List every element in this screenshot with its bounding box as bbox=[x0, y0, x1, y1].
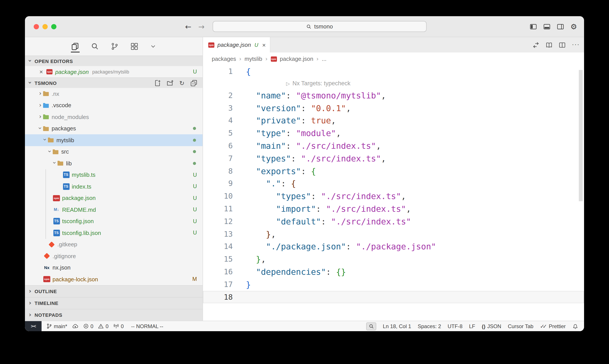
code-line[interactable]: 13 }, bbox=[203, 228, 584, 240]
code-line[interactable]: 5 "type": "module", bbox=[203, 127, 584, 140]
tree-item-nx.json[interactable]: Nxnx.json bbox=[25, 262, 203, 273]
code-line[interactable]: 2 "name": "@tsmono/mytslib", bbox=[203, 89, 584, 102]
vertical-scrollbar[interactable] bbox=[579, 70, 583, 201]
tree-item-mytslib.ts[interactable]: TSmytslib.tsU bbox=[25, 169, 203, 181]
tree-item-tsconfig.json[interactable]: TStsconfig.jsonU bbox=[25, 215, 203, 227]
title-bar[interactable]: ← → tsmono ⚙ bbox=[25, 16, 584, 37]
publish-changes-item[interactable] bbox=[72, 323, 78, 329]
tree-item-package.json[interactable]: npmpackage.jsonU bbox=[25, 192, 203, 204]
open-editor-item[interactable]: × npm package.json packages/mytslib U bbox=[25, 66, 203, 78]
chevron-down-icon[interactable]: › bbox=[37, 126, 43, 130]
search-view-icon[interactable] bbox=[91, 41, 99, 52]
notepads-section-header[interactable]: › NOTEPADS bbox=[25, 309, 203, 321]
breadcrumb-packages[interactable]: packages bbox=[212, 56, 236, 62]
cursor-position-item[interactable]: Ln 18, Col 1 bbox=[383, 323, 411, 329]
project-section-header[interactable]: › TSMONO ↻ bbox=[25, 78, 203, 88]
errors-item[interactable]: 0 bbox=[83, 323, 93, 329]
eol-item[interactable]: LF bbox=[469, 323, 475, 329]
code-line[interactable]: 9 ".": { bbox=[203, 177, 584, 190]
close-window-button[interactable] bbox=[34, 24, 39, 29]
ports-item[interactable]: 0 bbox=[113, 323, 124, 329]
git-branch-item[interactable]: main* bbox=[46, 323, 67, 329]
chevron-right-icon[interactable]: › bbox=[38, 114, 42, 120]
code-line[interactable]: 14 "./package.json": "./package.json" bbox=[203, 240, 584, 253]
toggle-right-panel-icon[interactable] bbox=[557, 23, 564, 30]
more-actions-icon[interactable]: ··· bbox=[572, 40, 580, 48]
chevron-right-icon[interactable]: › bbox=[38, 102, 42, 108]
chevron-down-icon[interactable]: › bbox=[52, 161, 58, 165]
command-center-search[interactable]: tsmono bbox=[213, 21, 427, 32]
zoom-window-button[interactable] bbox=[51, 24, 56, 29]
minimize-window-button[interactable] bbox=[42, 24, 48, 29]
formatter-item[interactable]: ✓✓ Prettier bbox=[540, 323, 566, 329]
new-file-icon[interactable] bbox=[154, 79, 161, 86]
tree-item-.vscode[interactable]: ›.vscode bbox=[25, 100, 203, 111]
notifications-item[interactable] bbox=[572, 323, 578, 329]
tree-item-.nx[interactable]: ›.nx bbox=[25, 88, 203, 100]
warnings-item[interactable]: 0 bbox=[98, 323, 108, 329]
close-tab-icon[interactable]: × bbox=[262, 41, 266, 48]
tree-item-lib[interactable]: ›lib bbox=[25, 157, 203, 169]
timeline-section-header[interactable]: › TIMELINE bbox=[25, 297, 203, 309]
new-folder-icon[interactable] bbox=[167, 79, 174, 86]
collapse-folders-icon[interactable] bbox=[190, 79, 197, 86]
code-editor[interactable]: 1{▷Nx Targets: typecheck2 "name": "@tsmo… bbox=[203, 65, 584, 321]
split-editor-icon[interactable] bbox=[559, 41, 566, 48]
chevron-down-icon[interactable]: › bbox=[47, 149, 53, 154]
tree-item-package-lock.json[interactable]: npmpackage-lock.jsonM bbox=[25, 273, 203, 285]
remote-indicator[interactable]: >< bbox=[25, 321, 41, 331]
navigate-forward-icon[interactable]: → bbox=[198, 22, 205, 31]
tree-item-tsconfig.lib.json[interactable]: TStsconfig.lib.jsonU bbox=[25, 227, 203, 239]
navigate-back-icon[interactable]: ← bbox=[185, 22, 191, 31]
settings-gear-icon[interactable]: ⚙ bbox=[570, 22, 577, 31]
tree-item-.gitignore[interactable]: .gitignore bbox=[25, 250, 203, 262]
code-line[interactable]: 18 bbox=[203, 291, 584, 303]
tab-package-json[interactable]: npm package.json U × bbox=[203, 37, 271, 52]
code-line[interactable]: 12 "default": "./src/index.ts" bbox=[203, 215, 584, 228]
tree-item-mytslib[interactable]: ›mytslib bbox=[25, 134, 203, 146]
code-line[interactable]: 3 "version": "0.0.1", bbox=[203, 102, 584, 114]
code-line[interactable]: 7 "types": "./src/index.ts", bbox=[203, 152, 584, 165]
open-editors-header[interactable]: › OPEN EDITORS bbox=[25, 56, 203, 66]
zoom-indicator-button[interactable] bbox=[366, 322, 376, 330]
code-line[interactable]: 17} bbox=[203, 278, 584, 291]
cursor-tab-item[interactable]: Cursor Tab bbox=[508, 323, 533, 329]
explorer-view-icon[interactable] bbox=[71, 41, 80, 52]
codelens-link[interactable]: ▷Nx Targets: typecheck bbox=[286, 78, 350, 89]
npm-icon: npm bbox=[53, 195, 60, 201]
code-line[interactable]: 11 "import": "./src/index.ts", bbox=[203, 203, 584, 215]
tree-item-.gitkeep[interactable]: .gitkeep bbox=[25, 239, 203, 250]
code-line[interactable]: 6 "main": "./src/index.ts", bbox=[203, 140, 584, 152]
toggle-left-panel-icon[interactable] bbox=[530, 23, 537, 30]
more-views-icon[interactable] bbox=[150, 42, 157, 51]
code-line[interactable]: 1{ bbox=[203, 65, 584, 78]
code-line[interactable]: 15 }, bbox=[203, 253, 584, 266]
language-mode-item[interactable]: {} JSON bbox=[482, 323, 501, 329]
refresh-explorer-icon[interactable]: ↻ bbox=[179, 80, 185, 86]
code-line[interactable]: 10 "types": "./src/index.ts", bbox=[203, 190, 584, 203]
tree-item-node_modules[interactable]: ›node_modules bbox=[25, 111, 203, 123]
breadcrumb-mytslib[interactable]: mytslib bbox=[245, 56, 262, 62]
toggle-bottom-panel-icon[interactable] bbox=[543, 23, 550, 30]
outline-section-header[interactable]: › OUTLINE bbox=[25, 285, 203, 297]
code-line[interactable]: 8 "exports": { bbox=[203, 165, 584, 177]
indentation-item[interactable]: Spaces: 2 bbox=[418, 323, 441, 329]
code-token bbox=[306, 116, 311, 125]
breadcrumb-symbol[interactable]: ... bbox=[322, 56, 327, 62]
compare-changes-icon[interactable] bbox=[532, 41, 539, 48]
tree-item-label: mytslib bbox=[56, 137, 74, 143]
tree-item-index.ts[interactable]: TSindex.tsU bbox=[25, 181, 203, 192]
chevron-down-icon[interactable]: › bbox=[42, 138, 48, 142]
extensions-view-icon[interactable] bbox=[130, 41, 139, 52]
breadcrumb-package-json[interactable]: package.json bbox=[280, 56, 313, 62]
tree-item-packages[interactable]: ›packages bbox=[25, 123, 203, 134]
tree-item-README.md[interactable]: M↓README.mdU bbox=[25, 204, 203, 215]
code-line[interactable]: 4 "private": true, bbox=[203, 114, 584, 127]
source-control-view-icon[interactable] bbox=[110, 41, 119, 52]
encoding-item[interactable]: UTF-8 bbox=[448, 323, 462, 329]
chevron-right-icon[interactable]: › bbox=[38, 90, 42, 96]
notebook-icon[interactable] bbox=[545, 41, 553, 48]
code-line[interactable]: 16 "dependencies": {} bbox=[203, 266, 584, 278]
tree-item-src[interactable]: ›src bbox=[25, 146, 203, 157]
close-editor-icon[interactable]: × bbox=[39, 68, 43, 75]
